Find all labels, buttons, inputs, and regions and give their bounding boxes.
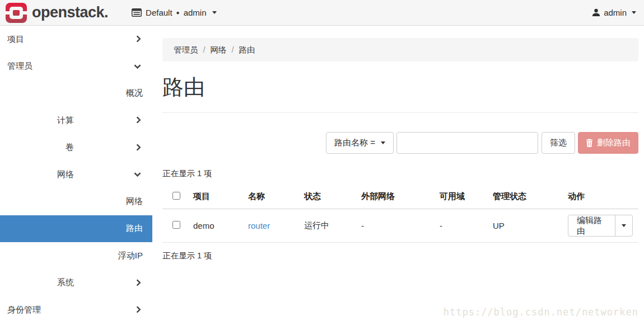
- sidebar-item-label: 浮动IP: [0, 251, 152, 261]
- brand-wordmark: openstack.: [32, 4, 108, 21]
- router-name-link[interactable]: router: [248, 221, 270, 230]
- column-header-actions: 动作: [562, 185, 638, 209]
- column-header-project: 项目: [188, 185, 242, 209]
- separator-dot: ●: [176, 10, 180, 16]
- cell-project: demo: [188, 209, 242, 243]
- column-header-name: 名称: [242, 185, 298, 209]
- sidebar-item-label: 项目: [7, 34, 121, 45]
- sidebar-item-overview[interactable]: 概况: [0, 80, 152, 107]
- domain-project-switcher[interactable]: Default ● admin: [132, 8, 216, 17]
- sidebar-item-volumes[interactable]: 卷: [0, 134, 152, 161]
- cell-status: 运行中: [298, 209, 356, 243]
- sidebar-nav: 项目 管理员 概况 计算 卷 网络 网络 路由 浮动IP 系统 身份管理: [0, 26, 152, 321]
- filter-input[interactable]: [396, 132, 538, 154]
- column-header-status: 状态: [298, 185, 356, 209]
- user-menu[interactable]: admin: [592, 8, 636, 17]
- page-title: 路由: [162, 75, 638, 100]
- chevron-down-icon: [622, 224, 626, 227]
- filter-field-dropdown[interactable]: 路由名称 =: [326, 132, 394, 154]
- sidebar-item-label: 管理员: [7, 61, 121, 72]
- breadcrumb-network[interactable]: 网络: [211, 45, 227, 55]
- sidebar-item-label: 概况: [0, 88, 152, 98]
- sidebar-item-networks[interactable]: 网络: [0, 188, 152, 215]
- list-alt-icon: [132, 8, 142, 17]
- sidebar-item-label: 系统: [7, 277, 121, 288]
- chevron-down-icon: [212, 11, 217, 14]
- sidebar-item-compute[interactable]: 计算: [0, 107, 152, 134]
- domain-name: Default: [146, 8, 172, 17]
- items-count-top: 正在显示 1 项: [162, 168, 638, 179]
- chevron-down-icon: [134, 170, 141, 177]
- edit-router-button[interactable]: 编辑路由: [568, 215, 615, 236]
- watermark-url: https://blog.csdn.net/networken: [444, 306, 638, 318]
- sidebar-item-label: 身份管理: [7, 305, 121, 315]
- filter-button[interactable]: 筛选: [542, 132, 575, 154]
- cell-admin-state: UP: [487, 209, 562, 243]
- brand[interactable]: openstack.: [6, 3, 108, 23]
- column-header-external-network: 外部网络: [356, 185, 434, 209]
- sidebar-item-floating-ips[interactable]: 浮动IP: [0, 242, 152, 269]
- chevron-right-icon: [134, 116, 141, 124]
- column-header-availability-zone: 可用域: [434, 185, 487, 209]
- row-action-dropdown-toggle[interactable]: [615, 215, 632, 236]
- breadcrumb: 管理员 / 网络 / 路由: [162, 38, 638, 62]
- delete-routers-button[interactable]: 删除路由: [578, 132, 638, 154]
- user-icon: [592, 8, 600, 17]
- user-name: admin: [604, 8, 627, 17]
- cell-availability-zone: -: [434, 209, 487, 243]
- table-header-row: 项目 名称 状态 外部网络 可用域 管理状态 动作: [162, 185, 638, 209]
- chevron-down-icon: [134, 62, 141, 69]
- project-name: admin: [184, 8, 207, 17]
- chevron-right-icon: [134, 279, 141, 286]
- table-actions-row: 路由名称 = 筛选 删除路由: [162, 132, 638, 154]
- items-count-bottom: 正在显示 1 项: [162, 251, 638, 261]
- sidebar-item-system[interactable]: 系统: [0, 270, 152, 296]
- routers-table: 项目 名称 状态 外部网络 可用域 管理状态 动作 demo router 运行…: [162, 185, 638, 243]
- title-divider: [162, 112, 638, 113]
- breadcrumb-separator: /: [232, 45, 234, 54]
- select-all-checkbox[interactable]: [172, 192, 180, 200]
- delete-routers-label: 删除路由: [597, 138, 631, 148]
- chevron-down-icon: [632, 11, 636, 14]
- table-row: demo router 运行中 - - UP 编辑路由: [162, 209, 638, 243]
- sidebar-item-admin[interactable]: 管理员: [0, 53, 152, 79]
- sidebar-item-project[interactable]: 项目: [0, 26, 152, 53]
- column-header-admin-state: 管理状态: [487, 185, 562, 209]
- sidebar-item-label: 计算: [7, 115, 121, 126]
- main-content: 管理员 / 网络 / 路由 路由 路由名称 = 筛选 删除路由 正在显示 1 项: [162, 26, 638, 261]
- row-action-button-group: 编辑路由: [568, 215, 633, 237]
- openstack-logo-icon: [6, 3, 27, 23]
- sidebar-item-routers[interactable]: 路由: [0, 215, 152, 242]
- chevron-down-icon: [381, 141, 385, 144]
- chevron-right-icon: [134, 144, 141, 151]
- chevron-right-icon: [134, 306, 141, 313]
- sidebar-item-label: 路由: [0, 223, 152, 234]
- chevron-right-icon: [134, 35, 141, 43]
- sidebar-item-network-group[interactable]: 网络: [0, 161, 152, 188]
- sidebar-item-label: 网络: [7, 169, 121, 180]
- row-checkbox[interactable]: [172, 221, 180, 229]
- filter-field-label: 路由名称 =: [334, 138, 375, 148]
- sidebar-item-identity[interactable]: 身份管理: [0, 296, 152, 321]
- sidebar-item-label: 卷: [7, 142, 121, 153]
- breadcrumb-routers: 路由: [239, 45, 255, 55]
- breadcrumb-separator: /: [203, 45, 206, 54]
- top-bar: openstack. Default ● admin admin: [0, 0, 644, 26]
- trash-icon: [586, 139, 593, 147]
- cell-external-network: -: [356, 209, 434, 243]
- sidebar-item-label: 网络: [0, 196, 152, 207]
- breadcrumb-admin[interactable]: 管理员: [174, 45, 198, 55]
